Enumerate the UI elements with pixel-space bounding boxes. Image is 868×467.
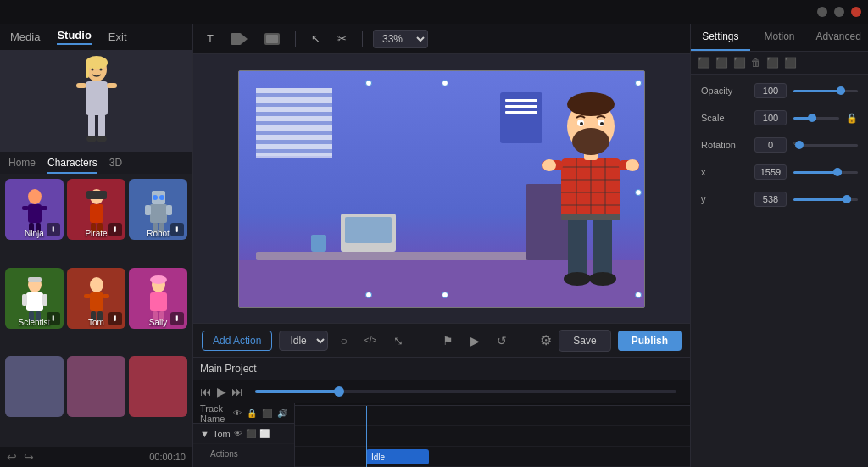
gear-button[interactable]: ⚙ bbox=[540, 332, 552, 348]
scale-input[interactable] bbox=[754, 110, 787, 125]
close-button[interactable] bbox=[851, 7, 861, 17]
shape-tool-button[interactable] bbox=[259, 31, 285, 47]
tab-settings[interactable]: Settings bbox=[691, 24, 750, 51]
prev-frame-button[interactable]: ⏮ bbox=[200, 385, 212, 398]
tom-eye-icon[interactable]: 👁 bbox=[234, 429, 242, 438]
track-labels: Track Name 👁 🔒 ⬛ 🔊 ▼ Tom 👁 ⬛ ⬜ A bbox=[193, 403, 295, 467]
scrubber-handle[interactable] bbox=[334, 386, 344, 397]
canvas-area[interactable] bbox=[193, 54, 690, 323]
svg-rect-7 bbox=[98, 114, 105, 137]
tom-box-icon[interactable]: ⬛ bbox=[246, 429, 256, 438]
delete-icon[interactable]: 🗑 bbox=[751, 57, 761, 69]
text-tool-button[interactable]: T bbox=[202, 31, 219, 47]
zoom-select[interactable]: 33% 50% 100% bbox=[373, 30, 428, 48]
maximize-button[interactable] bbox=[834, 7, 844, 17]
char-7[interactable] bbox=[5, 356, 64, 417]
svg-rect-41 bbox=[103, 294, 109, 298]
audio-icon[interactable]: 🔊 bbox=[277, 409, 287, 418]
align-right-icon[interactable]: ⬛ bbox=[733, 57, 746, 69]
y-input[interactable] bbox=[754, 192, 787, 207]
tab-home[interactable]: Home bbox=[8, 157, 36, 174]
svg-rect-27 bbox=[145, 205, 151, 215]
settings-toolbar: ⬛ ⬛ ⬛ 🗑 ⬛ ⬛ bbox=[691, 52, 868, 75]
handle-bottom-left[interactable] bbox=[365, 292, 372, 298]
circle-icon-button[interactable]: ○ bbox=[335, 332, 352, 349]
timeline-scrubber[interactable] bbox=[255, 390, 676, 393]
publish-button[interactable]: Publish bbox=[618, 331, 682, 351]
handle-bottom-right[interactable] bbox=[635, 292, 642, 298]
svg-rect-54 bbox=[593, 214, 612, 277]
collapse-tom-icon[interactable]: ▼ bbox=[200, 429, 209, 439]
rotation-input[interactable] bbox=[754, 137, 787, 153]
robot-download-icon[interactable]: ⬇ bbox=[170, 223, 184, 236]
group-icon[interactable]: ⬛ bbox=[262, 409, 272, 418]
char-ninja[interactable]: Ninja ⬇ bbox=[5, 179, 64, 240]
track-header-content bbox=[295, 406, 690, 426]
handle-mid-right[interactable] bbox=[635, 189, 642, 196]
handle-top-right[interactable] bbox=[635, 80, 642, 86]
preview-character-svg bbox=[67, 54, 126, 147]
eye-icon[interactable]: 👁 bbox=[233, 409, 242, 418]
ninja-download-icon[interactable]: ⬇ bbox=[47, 223, 60, 236]
tom-box2-icon[interactable]: ⬜ bbox=[259, 429, 270, 438]
flip-h-icon[interactable]: ⬛ bbox=[766, 57, 779, 69]
play-button[interactable]: ▶ bbox=[217, 385, 226, 398]
add-action-button[interactable]: Add Action bbox=[202, 331, 272, 351]
refresh-icon-button[interactable]: ↺ bbox=[492, 332, 512, 349]
nav-media[interactable]: Media bbox=[10, 31, 40, 43]
svg-rect-5 bbox=[107, 83, 117, 88]
undo-button[interactable]: ↩ bbox=[7, 450, 17, 464]
tab-motion[interactable]: Motion bbox=[750, 24, 810, 51]
char-scientist[interactable]: Scientist ⬇ bbox=[5, 268, 64, 329]
idle-clip[interactable]: Idle bbox=[366, 449, 430, 464]
x-slider[interactable] bbox=[793, 171, 858, 174]
rotation-slider[interactable] bbox=[804, 144, 858, 147]
play-icon-button[interactable]: ▶ bbox=[465, 332, 485, 349]
char-tom[interactable]: Tom ⬇ bbox=[67, 268, 125, 329]
timeline-header: Main Project bbox=[193, 358, 690, 380]
handle-top-center[interactable] bbox=[442, 80, 448, 86]
save-button[interactable]: Save bbox=[559, 330, 610, 352]
tab-characters[interactable]: Characters bbox=[47, 157, 97, 174]
nav-studio[interactable]: Studio bbox=[57, 29, 91, 45]
flip-v-icon[interactable]: ⬛ bbox=[784, 57, 797, 69]
align-left-icon[interactable]: ⬛ bbox=[698, 57, 710, 69]
x-input[interactable] bbox=[754, 164, 787, 180]
pirate-download-icon[interactable]: ⬇ bbox=[108, 223, 122, 236]
tab-advanced[interactable]: Advanced bbox=[809, 24, 868, 51]
opacity-input[interactable] bbox=[754, 83, 787, 98]
code-icon-button[interactable]: </> bbox=[359, 334, 381, 347]
playhead[interactable] bbox=[366, 406, 367, 467]
select-tool-button[interactable]: ↖ bbox=[306, 31, 326, 47]
crop-tool-button[interactable]: ✂ bbox=[332, 31, 352, 47]
handle-bottom-center[interactable] bbox=[442, 292, 448, 298]
flag-icon-button[interactable]: ⚑ bbox=[437, 332, 459, 349]
char-8[interactable] bbox=[67, 356, 125, 417]
video-tool-button[interactable] bbox=[225, 31, 253, 47]
y-slider[interactable] bbox=[793, 198, 858, 201]
char-pirate[interactable]: Pirate ⬇ bbox=[67, 179, 125, 240]
char-sally[interactable]: Sally ⬇ bbox=[129, 268, 187, 329]
handle-top-left[interactable] bbox=[365, 80, 372, 86]
redo-button[interactable]: ↪ bbox=[24, 450, 34, 464]
idle-select[interactable]: Idle bbox=[279, 331, 328, 351]
toolbar-separator-2 bbox=[362, 31, 363, 47]
svg-point-45 bbox=[150, 275, 167, 284]
expand-icon-button[interactable]: ⤡ bbox=[388, 332, 409, 349]
tab-3d[interactable]: 3D bbox=[109, 157, 122, 174]
next-frame-button[interactable]: ⏭ bbox=[231, 385, 243, 398]
time-mark-0: 00:00 bbox=[295, 403, 304, 405]
tom-download-icon[interactable]: ⬇ bbox=[108, 312, 122, 325]
align-center-icon[interactable]: ⬛ bbox=[715, 57, 728, 69]
scale-slider[interactable] bbox=[793, 117, 839, 120]
char-robot[interactable]: Robot ⬇ bbox=[129, 179, 187, 240]
lock-icon[interactable]: 🔒 bbox=[247, 409, 257, 418]
scientist-download-icon[interactable]: ⬇ bbox=[47, 312, 60, 325]
opacity-slider[interactable] bbox=[793, 90, 858, 92]
sally-download-icon[interactable]: ⬇ bbox=[170, 312, 184, 325]
center-panel: T ↖ ✂ 33% 50% 100% bbox=[193, 24, 690, 467]
char-9[interactable] bbox=[129, 356, 187, 417]
lock-icon[interactable]: 🔒 bbox=[846, 113, 858, 124]
nav-exit[interactable]: Exit bbox=[108, 31, 127, 43]
minimize-button[interactable] bbox=[817, 7, 827, 17]
